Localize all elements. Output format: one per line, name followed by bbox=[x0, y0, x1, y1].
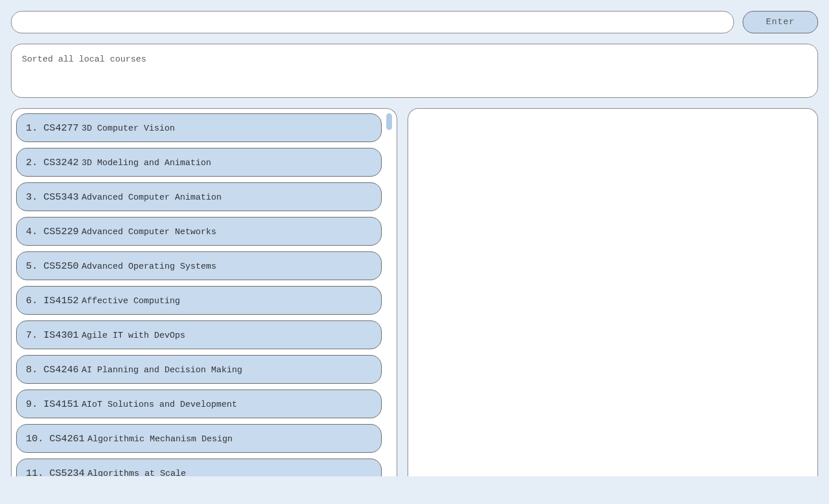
course-label: 8. CS4246AI Planning and Decision Making bbox=[26, 364, 242, 375]
course-item[interactable]: 10. CS4261Algorithmic Mechanism Design bbox=[16, 424, 382, 453]
course-title: Affective Computing bbox=[82, 296, 180, 306]
course-title: Algorithmic Mechanism Design bbox=[88, 434, 233, 444]
course-label: 4. CS5229Advanced Computer Networks bbox=[26, 226, 216, 237]
course-code: 2. CS3242 bbox=[26, 157, 79, 168]
scrollbar-thumb[interactable] bbox=[386, 113, 392, 130]
course-code: 3. CS5343 bbox=[26, 192, 79, 203]
course-label: 5. CS5250Advanced Operating Systems bbox=[26, 261, 216, 272]
status-text: Sorted all local courses bbox=[22, 55, 146, 64]
course-title: Advanced Operating Systems bbox=[82, 262, 216, 272]
course-title: AIoT Solutions and Development bbox=[82, 400, 237, 410]
course-code: 1. CS4277 bbox=[26, 123, 79, 133]
course-item[interactable]: 1. CS42773D Computer Vision bbox=[16, 113, 382, 142]
course-title: 3D Modeling and Animation bbox=[82, 158, 211, 168]
course-code: 7. IS4301 bbox=[26, 330, 79, 341]
enter-button[interactable]: Enter bbox=[743, 11, 818, 33]
course-title: 3D Computer Vision bbox=[82, 124, 175, 133]
course-label: 11. CS5234Algorithms at Scale bbox=[26, 468, 186, 477]
course-item[interactable]: 7. IS4301Agile IT with DevOps bbox=[16, 320, 382, 349]
course-list[interactable]: 1. CS42773D Computer Vision2. CS32423D M… bbox=[16, 113, 392, 476]
course-label: 3. CS5343Advanced Computer Animation bbox=[26, 192, 222, 203]
course-code: 10. CS4261 bbox=[26, 433, 85, 444]
course-label: 9. IS4151AIoT Solutions and Development bbox=[26, 399, 237, 410]
course-item[interactable]: 4. CS5229Advanced Computer Networks bbox=[16, 217, 382, 246]
course-item[interactable]: 11. CS5234Algorithms at Scale bbox=[16, 459, 382, 476]
course-item[interactable]: 8. CS4246AI Planning and Decision Making bbox=[16, 355, 382, 384]
course-label: 6. IS4152Affective Computing bbox=[26, 295, 180, 306]
course-code: 5. CS5250 bbox=[26, 261, 79, 272]
course-title: Advanced Computer Animation bbox=[82, 193, 222, 203]
detail-panel bbox=[408, 108, 818, 476]
course-item[interactable]: 9. IS4151AIoT Solutions and Development bbox=[16, 390, 382, 418]
course-item[interactable]: 3. CS5343Advanced Computer Animation bbox=[16, 182, 382, 211]
course-label: 10. CS4261Algorithmic Mechanism Design bbox=[26, 433, 233, 444]
course-item[interactable]: 2. CS32423D Modeling and Animation bbox=[16, 148, 382, 177]
course-title: AI Planning and Decision Making bbox=[82, 365, 242, 375]
course-item[interactable]: 5. CS5250Advanced Operating Systems bbox=[16, 251, 382, 280]
course-title: Agile IT with DevOps bbox=[82, 331, 185, 341]
course-label: 2. CS32423D Modeling and Animation bbox=[26, 157, 211, 168]
search-input[interactable] bbox=[11, 11, 734, 33]
course-label: 1. CS42773D Computer Vision bbox=[26, 123, 175, 133]
course-title: Advanced Computer Networks bbox=[82, 227, 216, 237]
course-code: 9. IS4151 bbox=[26, 399, 79, 410]
course-code: 11. CS5234 bbox=[26, 468, 85, 477]
course-code: 8. CS4246 bbox=[26, 364, 79, 375]
course-code: 6. IS4152 bbox=[26, 295, 79, 306]
course-label: 7. IS4301Agile IT with DevOps bbox=[26, 330, 185, 341]
course-title: Algorithms at Scale bbox=[88, 469, 186, 477]
course-item[interactable]: 6. IS4152Affective Computing bbox=[16, 286, 382, 315]
course-list-panel: 1. CS42773D Computer Vision2. CS32423D M… bbox=[11, 108, 397, 476]
status-panel: Sorted all local courses bbox=[11, 44, 818, 98]
course-code: 4. CS5229 bbox=[26, 226, 79, 237]
